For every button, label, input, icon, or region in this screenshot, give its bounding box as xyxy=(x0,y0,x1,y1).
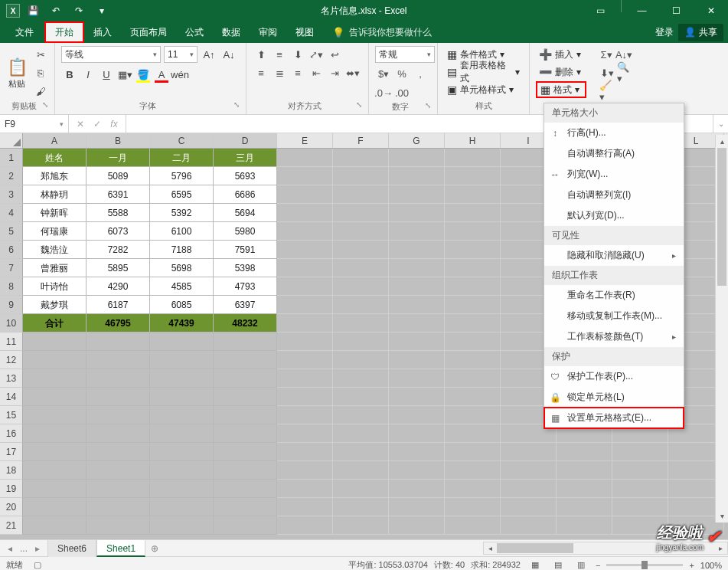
cell[interactable] xyxy=(333,388,389,406)
cell[interactable] xyxy=(557,443,612,461)
cell[interactable] xyxy=(150,332,214,351)
cell[interactable] xyxy=(389,259,445,277)
row-header[interactable]: 20 xyxy=(0,498,23,516)
italic-button[interactable]: I xyxy=(80,66,96,83)
decrease-font-icon[interactable]: A↓ xyxy=(220,46,237,63)
page-break-view-icon[interactable]: ▥ xyxy=(573,559,589,571)
sheet-nav-last-icon[interactable]: ▸ xyxy=(32,543,43,554)
tell-me-input[interactable]: 💡 告诉我你想要做什么 xyxy=(332,26,432,39)
cell[interactable]: 48232 xyxy=(214,314,277,332)
cell[interactable] xyxy=(150,480,214,498)
save-icon[interactable]: 💾 xyxy=(23,1,43,21)
cell[interactable] xyxy=(333,259,389,277)
cell[interactable] xyxy=(445,185,501,204)
cell[interactable] xyxy=(445,222,501,241)
cell[interactable] xyxy=(150,406,214,424)
cell[interactable] xyxy=(389,461,445,480)
cell[interactable] xyxy=(389,167,445,185)
ribbon-display-icon[interactable]: ▭ xyxy=(583,0,618,21)
cell[interactable]: 郑旭东 xyxy=(23,167,87,185)
cell[interactable] xyxy=(87,480,150,498)
format-table-button[interactable]: ▤套用表格格式 ▾ xyxy=(444,64,523,80)
row-header[interactable]: 4 xyxy=(0,204,23,222)
share-button[interactable]: 👤 共享 xyxy=(678,24,723,41)
number-format-combo[interactable]: 常规▾ xyxy=(375,46,435,63)
cell[interactable] xyxy=(23,369,87,388)
zoom-slider[interactable] xyxy=(606,564,683,566)
cell[interactable] xyxy=(445,149,501,167)
zoom-out-icon[interactable]: − xyxy=(596,561,600,570)
cell[interactable] xyxy=(445,351,501,369)
align-center-icon[interactable]: ≣ xyxy=(271,64,288,81)
cell[interactable] xyxy=(389,222,445,241)
clear-icon[interactable]: 🧹▾ xyxy=(599,83,615,100)
row-header[interactable]: 17 xyxy=(0,443,23,461)
cell[interactable] xyxy=(87,443,150,461)
menu-rename-sheet[interactable]: 重命名工作表(R) xyxy=(544,285,684,306)
cell[interactable]: 6073 xyxy=(87,222,150,241)
row-header[interactable]: 13 xyxy=(0,369,23,388)
col-header[interactable]: A xyxy=(23,133,87,148)
sheet-tab[interactable]: Sheet6 xyxy=(47,540,96,557)
cell[interactable] xyxy=(389,149,445,167)
find-icon[interactable]: 🔍▾ xyxy=(616,64,632,81)
underline-button[interactable]: U xyxy=(98,66,115,83)
cell[interactable] xyxy=(150,351,214,369)
cell[interactable]: 二月 xyxy=(150,149,214,167)
cell[interactable]: 6085 xyxy=(150,296,214,314)
cell[interactable] xyxy=(277,480,333,498)
row-header[interactable]: 21 xyxy=(0,516,23,535)
cell[interactable] xyxy=(214,369,277,388)
cell[interactable] xyxy=(445,277,501,296)
cell[interactable] xyxy=(389,424,445,443)
tab-file[interactable]: 文件 xyxy=(6,21,43,43)
accounting-icon[interactable]: $▾ xyxy=(375,65,392,82)
cell[interactable] xyxy=(277,222,333,241)
cell[interactable] xyxy=(612,480,668,498)
tab-review[interactable]: 审阅 xyxy=(250,21,286,43)
cell[interactable]: 三月 xyxy=(214,149,277,167)
cell[interactable] xyxy=(501,498,557,516)
cell[interactable]: 6100 xyxy=(150,222,214,241)
align-left-icon[interactable]: ≡ xyxy=(253,64,269,81)
tab-formula[interactable]: 公式 xyxy=(176,21,213,43)
cell[interactable]: 5698 xyxy=(150,259,214,277)
cell[interactable] xyxy=(557,480,612,498)
menu-tab-color[interactable]: 工作表标签颜色(T)▸ xyxy=(544,326,684,347)
row-header[interactable]: 19 xyxy=(0,480,23,498)
expand-formula-bar-icon[interactable]: ⌄ xyxy=(713,115,728,133)
cell[interactable] xyxy=(277,332,333,351)
cell[interactable] xyxy=(333,424,389,443)
fill-color-button[interactable]: 🪣 xyxy=(135,66,152,83)
cell[interactable]: 魏浩泣 xyxy=(23,241,87,259)
cell[interactable] xyxy=(501,461,557,480)
increase-decimal-icon[interactable]: .0→ xyxy=(375,84,392,101)
menu-auto-row-height[interactable]: 自动调整行高(A) xyxy=(544,143,684,164)
cell[interactable] xyxy=(87,461,150,480)
cell[interactable] xyxy=(445,259,501,277)
wrap-text-icon[interactable]: ↩ xyxy=(326,46,343,63)
cell[interactable] xyxy=(214,480,277,498)
bold-button[interactable]: B xyxy=(61,66,78,83)
cell[interactable] xyxy=(87,388,150,406)
cell[interactable]: 6595 xyxy=(150,185,214,204)
insert-cells-button[interactable]: ➕插入 ▾ xyxy=(536,46,586,63)
cell[interactable] xyxy=(333,185,389,204)
cell[interactable]: 4585 xyxy=(150,277,214,296)
cell[interactable]: 何瑞康 xyxy=(23,222,87,241)
cell[interactable] xyxy=(333,149,389,167)
cell[interactable] xyxy=(445,498,501,516)
close-button[interactable]: ✕ xyxy=(694,0,728,21)
cell[interactable] xyxy=(87,351,150,369)
cell[interactable] xyxy=(445,167,501,185)
alignment-launcher-icon[interactable]: ⤡ xyxy=(356,100,362,109)
cell[interactable] xyxy=(389,498,445,516)
cell[interactable] xyxy=(389,332,445,351)
sort-filter-icon[interactable]: A↓▾ xyxy=(615,46,632,63)
copy-icon[interactable]: ⎘ xyxy=(32,65,49,82)
row-header[interactable]: 10 xyxy=(0,314,23,332)
cell[interactable] xyxy=(87,498,150,516)
cell[interactable] xyxy=(23,332,87,351)
cell[interactable] xyxy=(23,351,87,369)
tab-data[interactable]: 数据 xyxy=(213,21,250,43)
